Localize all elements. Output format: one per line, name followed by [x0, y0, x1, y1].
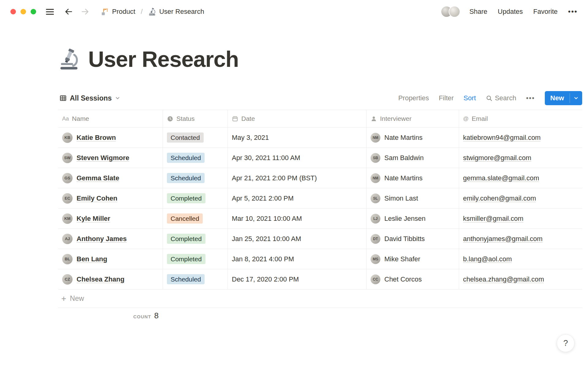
- status-cell[interactable]: Completed: [163, 229, 228, 249]
- email-link[interactable]: gemma.slate@gmail.com: [463, 174, 539, 182]
- back-arrow-icon[interactable]: [64, 7, 73, 16]
- date-cell[interactable]: Apr 5, 2021 2:00 PM: [228, 188, 367, 208]
- chevron-down-icon: [573, 95, 579, 101]
- favorite-button[interactable]: Favorite: [533, 8, 557, 16]
- column-header-date[interactable]: Date: [228, 110, 367, 127]
- filter-button[interactable]: Filter: [439, 94, 454, 102]
- date-cell[interactable]: Apr 30, 2021 11:00 AM: [228, 148, 367, 168]
- column-header-name[interactable]: Aa Name: [58, 110, 163, 127]
- interviewer-cell[interactable]: NM Nate Martins: [367, 128, 459, 148]
- name-cell[interactable]: EC Emily Cohen: [58, 188, 163, 208]
- view-more-options-icon[interactable]: •••: [526, 94, 535, 102]
- new-row-button[interactable]: + New: [58, 289, 582, 308]
- table-row[interactable]: SW Steven Wigmore Scheduled Apr 30, 2021…: [58, 148, 582, 168]
- date-cell[interactable]: Jan 25, 2021 10:00 AM: [228, 229, 367, 249]
- view-selector-all-sessions[interactable]: All Sessions: [58, 92, 122, 104]
- email-cell[interactable]: gemma.slate@gmail.com: [459, 168, 582, 188]
- table-row[interactable]: BL Ben Lang Completed Jan 8, 2021 4:00 P…: [58, 249, 582, 269]
- email-link[interactable]: anthonyjames@gmail.com: [463, 235, 543, 243]
- email-link[interactable]: stwigmore@gmail.com: [463, 154, 531, 162]
- page-title[interactable]: User Research: [88, 47, 239, 72]
- table-row[interactable]: AJ Anthony James Completed Jan 25, 2021 …: [58, 229, 582, 249]
- properties-button[interactable]: Properties: [398, 94, 429, 102]
- updates-button[interactable]: Updates: [498, 8, 523, 16]
- email-link[interactable]: emily.cohen@gmail.com: [463, 194, 536, 202]
- column-header-status[interactable]: Status: [163, 110, 228, 127]
- table-row[interactable]: EC Emily Cohen Completed Apr 5, 2021 2:0…: [58, 188, 582, 209]
- name-cell[interactable]: SW Steven Wigmore: [58, 148, 163, 168]
- session-name-link[interactable]: Katie Brown: [77, 134, 116, 142]
- table-row[interactable]: KM Kyle Miller Cancelled Mar 10, 2021 10…: [58, 209, 582, 229]
- email-cell[interactable]: emily.cohen@gmail.com: [459, 188, 582, 208]
- construction-crane-icon: [101, 8, 109, 16]
- email-cell[interactable]: anthonyjames@gmail.com: [459, 229, 582, 249]
- status-cell[interactable]: Contacted: [163, 128, 228, 148]
- interviewer-cell[interactable]: SB Sam Baldwin: [367, 148, 459, 168]
- table-row[interactable]: KB Katie Brown Contacted May 3, 2021 NM …: [58, 128, 582, 148]
- date-cell[interactable]: Apr 21, 2021 2:00 PM (BST): [228, 168, 367, 188]
- window-close-button[interactable]: [10, 9, 16, 14]
- name-cell[interactable]: BL Ben Lang: [58, 249, 163, 269]
- interviewer-cell[interactable]: NM Nate Martins: [367, 168, 459, 188]
- session-name-link[interactable]: Anthony James: [77, 235, 127, 243]
- search-button[interactable]: Search: [486, 94, 516, 102]
- window-minimize-button[interactable]: [21, 9, 26, 14]
- email-link[interactable]: ksmiller@gmail.com: [463, 215, 523, 223]
- interviewer-cell[interactable]: LJ Leslie Jensen: [367, 209, 459, 228]
- session-name-link[interactable]: Gemma Slate: [77, 174, 119, 182]
- more-options-icon[interactable]: •••: [568, 7, 578, 16]
- collaborator-avatars[interactable]: [441, 6, 460, 17]
- interviewer-cell[interactable]: MS Mike Shafer: [367, 249, 459, 269]
- status-badge: Completed: [167, 234, 205, 244]
- name-cell[interactable]: KB Katie Brown: [58, 128, 163, 148]
- column-header-interviewer[interactable]: Interviewer: [367, 110, 459, 127]
- status-cell[interactable]: Completed: [163, 188, 228, 208]
- interviewer-cell[interactable]: DT David Tibbitts: [367, 229, 459, 249]
- breadcrumb-item-product[interactable]: Product: [99, 6, 137, 17]
- date-cell[interactable]: Dec 17, 2020 2:00 PM: [228, 269, 367, 289]
- session-name-link[interactable]: Chelsea Zhang: [77, 275, 124, 283]
- share-button[interactable]: Share: [469, 8, 488, 16]
- email-link[interactable]: b.lang@aol.com: [463, 255, 512, 263]
- name-cell[interactable]: GS Gemma Slate: [58, 168, 163, 188]
- session-name-link[interactable]: Steven Wigmore: [77, 154, 129, 162]
- status-cell[interactable]: Scheduled: [163, 168, 228, 188]
- window-zoom-button[interactable]: [31, 9, 36, 14]
- session-name-link[interactable]: Ben Lang: [77, 255, 107, 263]
- help-button[interactable]: ?: [557, 334, 575, 352]
- session-name-link[interactable]: Kyle Miller: [77, 215, 110, 223]
- email-cell[interactable]: ksmiller@gmail.com: [459, 209, 582, 228]
- breadcrumb-item-user-research[interactable]: User Research: [146, 6, 206, 17]
- sort-button[interactable]: Sort: [464, 94, 476, 102]
- status-cell[interactable]: Cancelled: [163, 209, 228, 228]
- status-cell[interactable]: Scheduled: [163, 269, 228, 289]
- table-row[interactable]: GS Gemma Slate Scheduled Apr 21, 2021 2:…: [58, 168, 582, 188]
- table-row[interactable]: CZ Chelsea Zhang Scheduled Dec 17, 2020 …: [58, 269, 582, 289]
- email-cell[interactable]: katiebrown94@gmail.com: [459, 128, 582, 148]
- interviewer-cell[interactable]: CC Chet Corcos: [367, 269, 459, 289]
- email-cell[interactable]: stwigmore@gmail.com: [459, 148, 582, 168]
- sidebar-menu-icon[interactable]: [46, 9, 54, 15]
- avatar[interactable]: [449, 6, 460, 17]
- avatar: MS: [371, 254, 380, 264]
- new-button-dropdown[interactable]: [570, 91, 582, 105]
- count-footer[interactable]: COUNT 8: [58, 311, 163, 320]
- name-cell[interactable]: CZ Chelsea Zhang: [58, 269, 163, 289]
- date-cell[interactable]: May 3, 2021: [228, 128, 367, 148]
- name-cell[interactable]: AJ Anthony James: [58, 229, 163, 249]
- microscope-icon[interactable]: [58, 48, 80, 70]
- interviewer-cell[interactable]: SL Simon Last: [367, 188, 459, 208]
- date-cell[interactable]: Mar 10, 2021 10:00 AM: [228, 209, 367, 228]
- session-name-link[interactable]: Emily Cohen: [77, 194, 117, 202]
- column-header-email[interactable]: @ Email: [459, 110, 582, 127]
- email-cell[interactable]: b.lang@aol.com: [459, 249, 582, 269]
- status-cell[interactable]: Completed: [163, 249, 228, 269]
- status-cell[interactable]: Scheduled: [163, 148, 228, 168]
- new-button[interactable]: New: [545, 91, 570, 105]
- email-link[interactable]: katiebrown94@gmail.com: [463, 134, 541, 142]
- forward-arrow-icon[interactable]: [81, 7, 89, 16]
- date-cell[interactable]: Jan 8, 2021 4:00 PM: [228, 249, 367, 269]
- email-link[interactable]: chelsea.zhang@gmail.com: [463, 275, 544, 283]
- name-cell[interactable]: KM Kyle Miller: [58, 209, 163, 228]
- email-cell[interactable]: chelsea.zhang@gmail.com: [459, 269, 582, 289]
